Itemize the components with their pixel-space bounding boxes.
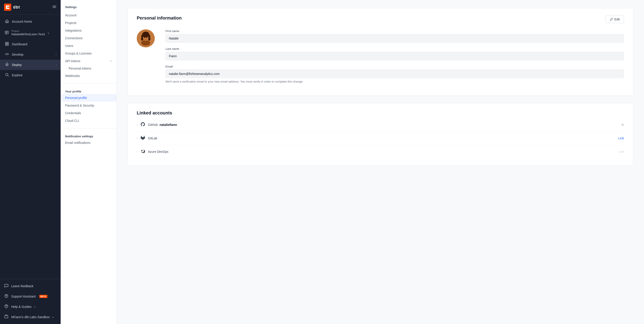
sandbox-chevron-icon: › — [52, 315, 54, 319]
svg-rect-0 — [4, 3, 11, 11]
sidebar-item-develop[interactable]: Develop › — [0, 49, 61, 60]
feedback-icon — [4, 284, 8, 289]
beta-badge: BETA — [39, 295, 48, 298]
email-label: Email — [166, 65, 624, 68]
sidebar-header: dbt — [0, 0, 61, 14]
sidebar-toggle-button[interactable] — [52, 4, 56, 10]
svg-point-15 — [6, 307, 6, 308]
edit-button-label: Edit — [614, 17, 620, 21]
settings-item-groups-licenses[interactable]: Groups & Licenses — [61, 50, 116, 57]
project-label: Project — [12, 29, 45, 32]
first-name-label: First name — [166, 29, 624, 33]
project-chevron-icon: › — [48, 31, 49, 35]
sidebar-bottom: Leave feedback Support Assistant BETA He… — [0, 279, 61, 324]
settings-item-password-security[interactable]: Password & Security — [61, 102, 116, 109]
sidebar-item-account-home[interactable]: Account home — [0, 16, 61, 27]
last-name-label: Last name — [166, 47, 624, 50]
settings-item-webhooks[interactable]: Webhooks — [61, 72, 116, 80]
first-name-value: Natalie — [166, 34, 624, 43]
settings-item-personal-profile[interactable]: Personal profile — [61, 94, 116, 102]
email-group: Email natalie.fiann@fishtownanalytics.co… — [166, 65, 624, 84]
gitlab-link-button[interactable]: Link — [618, 136, 624, 140]
azure-devops-icon — [140, 149, 145, 155]
svg-rect-2 — [52, 5, 56, 6]
settings-item-cloud-cli[interactable]: Cloud CLI — [61, 117, 116, 125]
gitlab-name: GitLab — [148, 136, 616, 140]
sidebar-item-sandbox[interactable]: NFiann's dbt Labs Sandbox › — [0, 312, 61, 322]
sidebar-item-explore-label: Explore — [12, 73, 22, 77]
last-name-group: Last name Fiann — [166, 47, 624, 60]
project-icon — [5, 30, 9, 35]
settings-item-integrations[interactable]: Integrations — [61, 27, 116, 34]
develop-chevron-icon: › — [56, 53, 56, 56]
sandbox-label: NFiann's dbt Labs Sandbox — [11, 315, 50, 319]
svg-point-24 — [148, 37, 150, 41]
sidebar-nav: Account home Project NataliedbtTestLearn… — [0, 14, 61, 279]
sidebar-item-develop-label: Develop — [12, 53, 23, 56]
svg-rect-8 — [6, 44, 7, 45]
help-icon — [4, 304, 8, 309]
linked-accounts-header: Linked accounts — [137, 110, 624, 116]
api-tokens-label: API tokens — [65, 59, 80, 63]
user-avatar — [137, 29, 155, 47]
edit-button[interactable]: Edit — [606, 15, 624, 23]
project-name: Project NataliedbtTestLearn Test1 — [12, 29, 45, 36]
sidebar-item-account-home-label: Account home — [12, 20, 32, 23]
github-unlink-button[interactable]: ✕ — [621, 123, 624, 127]
edit-pencil-icon — [610, 18, 613, 21]
api-tokens-chevron-icon: ∨ — [110, 59, 112, 63]
deploy-chevron-icon: › — [56, 63, 56, 66]
linked-account-azure-devops: › Azure DevOps Link — [137, 145, 624, 158]
notification-settings-section-title: Notification settings — [61, 132, 116, 139]
settings-item-account[interactable]: Account — [61, 11, 116, 19]
svg-rect-4 — [52, 7, 56, 8]
sidebar-item-explore[interactable]: Explore — [0, 70, 61, 80]
support-icon — [4, 294, 8, 299]
linked-account-gitlab: › GitLab Link — [137, 132, 624, 145]
last-name-value: Fiann — [166, 52, 624, 60]
email-value: natalie.fiann@fishtownanalytics.com — [166, 69, 624, 78]
sidebar-item-deploy-label: Deploy — [12, 63, 22, 67]
azure-devops-name: Azure DevOps — [148, 150, 616, 153]
personal-info-header: Personal information Edit — [137, 15, 624, 23]
form-fields: First name Natalie Last name Fiann Email… — [166, 29, 624, 88]
gitlab-row-chevron-icon[interactable]: › — [137, 137, 138, 140]
settings-item-users[interactable]: Users — [61, 42, 116, 50]
svg-point-28 — [142, 33, 149, 37]
sidebar-item-dashboard[interactable]: Dashboard — [0, 39, 61, 49]
azure-row-chevron-icon[interactable]: › — [137, 150, 138, 153]
settings-item-projects[interactable]: Projects — [61, 19, 116, 27]
linked-account-github: › GitHub nataliefiann ✕ — [137, 118, 624, 132]
settings-title: Settings — [61, 5, 116, 11]
github-row-chevron-icon[interactable]: › — [137, 123, 138, 126]
linked-accounts-title: Linked accounts — [137, 110, 172, 116]
svg-point-23 — [141, 37, 143, 41]
settings-item-credentials[interactable]: Credentials — [61, 109, 116, 117]
sidebar-item-leave-feedback[interactable]: Leave feedback — [0, 281, 61, 291]
settings-item-connections[interactable]: Connections — [61, 34, 116, 42]
avatar-illustration — [137, 29, 155, 47]
help-chevron-icon: › — [34, 305, 35, 309]
your-profile-section-title: Your profile — [61, 87, 116, 94]
dashboard-icon — [5, 42, 9, 47]
support-assistant-label: Support Assistant — [11, 295, 36, 298]
azure-devops-link-button[interactable]: Link — [618, 150, 624, 153]
settings-item-api-tokens[interactable]: API tokens ∨ — [61, 57, 116, 65]
main-content: Personal information Edit — [117, 0, 644, 324]
sidebar-item-project[interactable]: Project NataliedbtTestLearn Test1 › — [0, 27, 61, 39]
svg-rect-6 — [6, 42, 7, 43]
sandbox-icon — [4, 315, 8, 320]
project-title: NataliedbtTestLearn Test1 — [12, 32, 45, 36]
sidebar-item-support-assistant[interactable]: Support Assistant BETA — [0, 291, 61, 302]
settings-item-personal-tokens[interactable]: Personal tokens — [61, 65, 116, 72]
dbt-logo-icon — [4, 3, 11, 11]
github-username: nataliefiann — [160, 123, 177, 127]
settings-item-email-notifications[interactable]: Email notifications — [61, 139, 116, 147]
svg-rect-7 — [7, 42, 8, 43]
sidebar-item-help-guides[interactable]: Help & Guides › — [0, 302, 61, 312]
sidebar-item-deploy[interactable]: Deploy › — [0, 60, 61, 70]
sidebar: dbt Account home Project NataliedbtTestL… — [0, 0, 61, 324]
logo[interactable]: dbt — [4, 3, 20, 11]
svg-rect-9 — [7, 44, 8, 45]
leave-feedback-label: Leave feedback — [11, 284, 34, 288]
